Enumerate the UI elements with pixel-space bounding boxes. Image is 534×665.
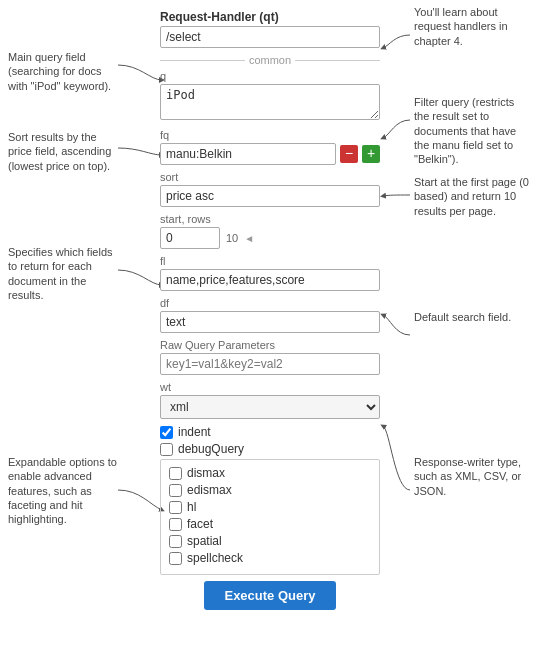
annotation-handler: You'll learn about request handlers in c… bbox=[414, 5, 529, 48]
edismax-row: edismax bbox=[169, 483, 371, 497]
sort-input[interactable] bbox=[160, 185, 380, 207]
debug-checkbox[interactable] bbox=[160, 443, 173, 456]
df-label: df bbox=[160, 297, 380, 309]
annotation-filter: Filter query (restricts the result set t… bbox=[414, 95, 529, 166]
annotation-main-query: Main query field (searching for docs wit… bbox=[8, 50, 123, 93]
annotation-default: Default search field. bbox=[414, 310, 529, 324]
spatial-label: spatial bbox=[187, 534, 222, 548]
handler-group: Request-Handler (qt) bbox=[160, 10, 380, 48]
spellcheck-row: spellcheck bbox=[169, 551, 371, 565]
raw-group: Raw Query Parameters bbox=[160, 339, 380, 375]
facet-row: facet bbox=[169, 517, 371, 531]
wt-group: wt xml json python ruby php csv bbox=[160, 381, 380, 419]
facet-checkbox[interactable] bbox=[169, 518, 182, 531]
q-input[interactable]: iPod bbox=[160, 84, 380, 120]
facet-label: facet bbox=[187, 517, 213, 531]
raw-label: Raw Query Parameters bbox=[160, 339, 380, 351]
annotation-response: Response-writer type, such as XML, CSV, … bbox=[414, 455, 529, 498]
spatial-checkbox[interactable] bbox=[169, 535, 182, 548]
debug-label: debugQuery bbox=[178, 442, 244, 456]
wt-select[interactable]: xml json python ruby php csv bbox=[160, 395, 380, 419]
dismax-label: dismax bbox=[187, 466, 225, 480]
annotation-specifies-fields: Specifies which fields to return for eac… bbox=[8, 245, 123, 302]
hl-checkbox[interactable] bbox=[169, 501, 182, 514]
annotation-sort-results: Sort results by the price field, ascendi… bbox=[8, 130, 123, 173]
common-divider: common bbox=[160, 54, 380, 66]
start-rows-row: 10 ◄ bbox=[160, 227, 380, 249]
fq-minus-button[interactable]: − bbox=[340, 145, 358, 163]
main-container: Main query field (searching for docs wit… bbox=[0, 0, 534, 665]
debug-row: debugQuery bbox=[160, 442, 380, 456]
dismax-checkbox[interactable] bbox=[169, 467, 182, 480]
q-group: q iPod bbox=[160, 70, 380, 123]
indent-checkbox[interactable] bbox=[160, 426, 173, 439]
fq-row: − + bbox=[160, 143, 380, 165]
handler-input[interactable] bbox=[160, 26, 380, 48]
execute-query-button[interactable]: Execute Query bbox=[204, 581, 335, 610]
annotation-expandable: Expandable options to enable advanced fe… bbox=[8, 455, 123, 526]
df-input[interactable] bbox=[160, 311, 380, 333]
indent-label: indent bbox=[178, 425, 211, 439]
spellcheck-label: spellcheck bbox=[187, 551, 243, 565]
start-input[interactable] bbox=[160, 227, 220, 249]
fq-label: fq bbox=[160, 129, 380, 141]
dismax-row: dismax bbox=[169, 466, 371, 480]
hl-row: hl bbox=[169, 500, 371, 514]
df-group: df bbox=[160, 297, 380, 333]
indent-row: indent bbox=[160, 425, 380, 439]
fq-input[interactable] bbox=[160, 143, 336, 165]
wt-label: wt bbox=[160, 381, 380, 393]
start-rows-label: start, rows bbox=[160, 213, 380, 225]
fq-plus-button[interactable]: + bbox=[362, 145, 380, 163]
start-rows-group: start, rows 10 ◄ bbox=[160, 213, 380, 249]
spatial-row: spatial bbox=[169, 534, 371, 548]
handler-label: Request-Handler (qt) bbox=[160, 10, 380, 24]
edismax-checkbox[interactable] bbox=[169, 484, 182, 497]
spellcheck-checkbox[interactable] bbox=[169, 552, 182, 565]
q-label: q bbox=[160, 70, 380, 82]
form-area: Request-Handler (qt) common q iPod fq − … bbox=[160, 10, 380, 610]
annotation-start: Start at the first page (0 based) and re… bbox=[414, 175, 529, 218]
edismax-label: edismax bbox=[187, 483, 232, 497]
expandable-section: dismax edismax hl facet spatial spellche… bbox=[160, 459, 380, 575]
fl-label: fl bbox=[160, 255, 380, 267]
sort-group: sort bbox=[160, 171, 380, 207]
rows-separator: 10 bbox=[226, 232, 238, 244]
fl-group: fl bbox=[160, 255, 380, 291]
raw-input[interactable] bbox=[160, 353, 380, 375]
fl-input[interactable] bbox=[160, 269, 380, 291]
rows-arrow: ◄ bbox=[244, 233, 254, 244]
hl-label: hl bbox=[187, 500, 196, 514]
sort-label: sort bbox=[160, 171, 380, 183]
fq-group: fq − + bbox=[160, 129, 380, 165]
